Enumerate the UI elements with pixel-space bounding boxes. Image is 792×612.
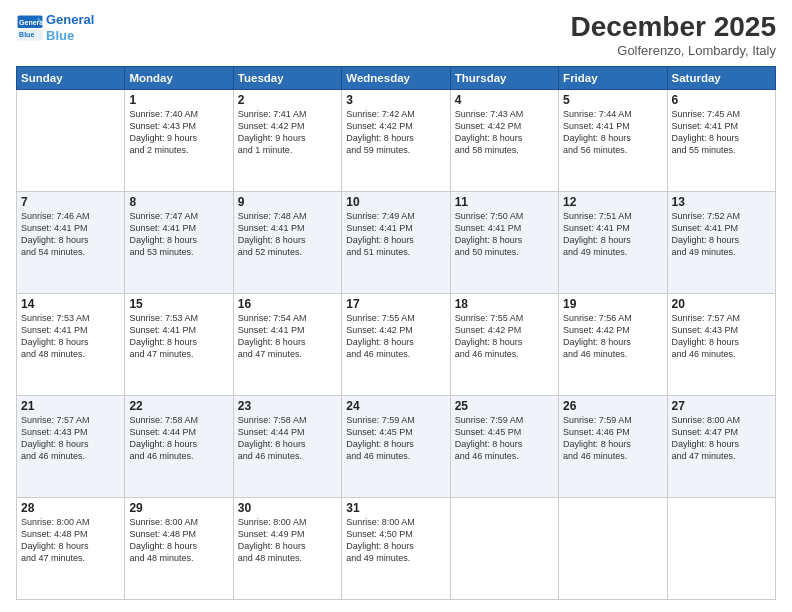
calendar-cell: 27Sunrise: 8:00 AMSunset: 4:47 PMDayligh… (667, 395, 775, 497)
calendar-week-row: 7Sunrise: 7:46 AMSunset: 4:41 PMDaylight… (17, 191, 776, 293)
day-number: 4 (455, 93, 554, 107)
calendar-cell: 9Sunrise: 7:48 AMSunset: 4:41 PMDaylight… (233, 191, 341, 293)
day-number: 12 (563, 195, 662, 209)
day-info: Sunrise: 7:55 AMSunset: 4:42 PMDaylight:… (455, 312, 554, 361)
day-number: 6 (672, 93, 771, 107)
calendar-header-monday: Monday (125, 66, 233, 89)
day-info: Sunrise: 7:57 AMSunset: 4:43 PMDaylight:… (672, 312, 771, 361)
day-number: 22 (129, 399, 228, 413)
calendar-cell: 29Sunrise: 8:00 AMSunset: 4:48 PMDayligh… (125, 497, 233, 599)
logo: General Blue General Blue (16, 12, 94, 43)
logo-line2: Blue (46, 28, 94, 44)
calendar-cell: 15Sunrise: 7:53 AMSunset: 4:41 PMDayligh… (125, 293, 233, 395)
day-number: 14 (21, 297, 120, 311)
day-info: Sunrise: 7:58 AMSunset: 4:44 PMDaylight:… (238, 414, 337, 463)
day-number: 1 (129, 93, 228, 107)
calendar-cell: 24Sunrise: 7:59 AMSunset: 4:45 PMDayligh… (342, 395, 450, 497)
day-info: Sunrise: 7:53 AMSunset: 4:41 PMDaylight:… (21, 312, 120, 361)
day-number: 3 (346, 93, 445, 107)
day-number: 31 (346, 501, 445, 515)
day-number: 8 (129, 195, 228, 209)
day-number: 26 (563, 399, 662, 413)
day-info: Sunrise: 7:59 AMSunset: 4:45 PMDaylight:… (346, 414, 445, 463)
calendar-cell (559, 497, 667, 599)
day-info: Sunrise: 7:41 AMSunset: 4:42 PMDaylight:… (238, 108, 337, 157)
logo-line1: General (46, 12, 94, 28)
calendar-cell: 2Sunrise: 7:41 AMSunset: 4:42 PMDaylight… (233, 89, 341, 191)
day-number: 15 (129, 297, 228, 311)
logo-icon: General Blue (16, 14, 44, 42)
day-number: 9 (238, 195, 337, 209)
day-info: Sunrise: 7:42 AMSunset: 4:42 PMDaylight:… (346, 108, 445, 157)
calendar-cell: 5Sunrise: 7:44 AMSunset: 4:41 PMDaylight… (559, 89, 667, 191)
calendar-cell: 20Sunrise: 7:57 AMSunset: 4:43 PMDayligh… (667, 293, 775, 395)
calendar-header-sunday: Sunday (17, 66, 125, 89)
day-info: Sunrise: 8:00 AMSunset: 4:48 PMDaylight:… (21, 516, 120, 565)
day-info: Sunrise: 7:54 AMSunset: 4:41 PMDaylight:… (238, 312, 337, 361)
day-info: Sunrise: 7:40 AMSunset: 4:43 PMDaylight:… (129, 108, 228, 157)
calendar-week-row: 21Sunrise: 7:57 AMSunset: 4:43 PMDayligh… (17, 395, 776, 497)
calendar-week-row: 1Sunrise: 7:40 AMSunset: 4:43 PMDaylight… (17, 89, 776, 191)
title-block: December 2025 Golferenzo, Lombardy, Ital… (571, 12, 776, 58)
calendar-week-row: 28Sunrise: 8:00 AMSunset: 4:48 PMDayligh… (17, 497, 776, 599)
day-info: Sunrise: 7:51 AMSunset: 4:41 PMDaylight:… (563, 210, 662, 259)
header: General Blue General Blue December 2025 … (16, 12, 776, 58)
day-info: Sunrise: 8:00 AMSunset: 4:49 PMDaylight:… (238, 516, 337, 565)
day-info: Sunrise: 7:46 AMSunset: 4:41 PMDaylight:… (21, 210, 120, 259)
day-number: 21 (21, 399, 120, 413)
day-number: 30 (238, 501, 337, 515)
calendar-cell: 31Sunrise: 8:00 AMSunset: 4:50 PMDayligh… (342, 497, 450, 599)
calendar-cell (17, 89, 125, 191)
day-number: 16 (238, 297, 337, 311)
calendar-cell: 6Sunrise: 7:45 AMSunset: 4:41 PMDaylight… (667, 89, 775, 191)
day-info: Sunrise: 7:55 AMSunset: 4:42 PMDaylight:… (346, 312, 445, 361)
day-number: 5 (563, 93, 662, 107)
day-number: 19 (563, 297, 662, 311)
day-info: Sunrise: 7:53 AMSunset: 4:41 PMDaylight:… (129, 312, 228, 361)
day-info: Sunrise: 7:44 AMSunset: 4:41 PMDaylight:… (563, 108, 662, 157)
calendar-cell: 4Sunrise: 7:43 AMSunset: 4:42 PMDaylight… (450, 89, 558, 191)
day-info: Sunrise: 7:43 AMSunset: 4:42 PMDaylight:… (455, 108, 554, 157)
calendar-cell: 19Sunrise: 7:56 AMSunset: 4:42 PMDayligh… (559, 293, 667, 395)
calendar-cell: 17Sunrise: 7:55 AMSunset: 4:42 PMDayligh… (342, 293, 450, 395)
calendar-header-friday: Friday (559, 66, 667, 89)
calendar-header-tuesday: Tuesday (233, 66, 341, 89)
calendar-cell (450, 497, 558, 599)
calendar-cell: 21Sunrise: 7:57 AMSunset: 4:43 PMDayligh… (17, 395, 125, 497)
day-number: 17 (346, 297, 445, 311)
location: Golferenzo, Lombardy, Italy (571, 43, 776, 58)
calendar-cell: 18Sunrise: 7:55 AMSunset: 4:42 PMDayligh… (450, 293, 558, 395)
calendar-cell: 30Sunrise: 8:00 AMSunset: 4:49 PMDayligh… (233, 497, 341, 599)
day-number: 20 (672, 297, 771, 311)
calendar-cell: 10Sunrise: 7:49 AMSunset: 4:41 PMDayligh… (342, 191, 450, 293)
calendar-cell: 28Sunrise: 8:00 AMSunset: 4:48 PMDayligh… (17, 497, 125, 599)
month-title: December 2025 (571, 12, 776, 43)
day-info: Sunrise: 7:57 AMSunset: 4:43 PMDaylight:… (21, 414, 120, 463)
calendar-cell: 13Sunrise: 7:52 AMSunset: 4:41 PMDayligh… (667, 191, 775, 293)
day-number: 24 (346, 399, 445, 413)
calendar-cell: 3Sunrise: 7:42 AMSunset: 4:42 PMDaylight… (342, 89, 450, 191)
svg-text:Blue: Blue (19, 31, 34, 38)
day-number: 23 (238, 399, 337, 413)
calendar-cell (667, 497, 775, 599)
day-number: 7 (21, 195, 120, 209)
calendar-cell: 11Sunrise: 7:50 AMSunset: 4:41 PMDayligh… (450, 191, 558, 293)
day-info: Sunrise: 7:52 AMSunset: 4:41 PMDaylight:… (672, 210, 771, 259)
day-info: Sunrise: 8:00 AMSunset: 4:47 PMDaylight:… (672, 414, 771, 463)
calendar-header-thursday: Thursday (450, 66, 558, 89)
calendar-cell: 1Sunrise: 7:40 AMSunset: 4:43 PMDaylight… (125, 89, 233, 191)
calendar-cell: 8Sunrise: 7:47 AMSunset: 4:41 PMDaylight… (125, 191, 233, 293)
day-info: Sunrise: 7:59 AMSunset: 4:45 PMDaylight:… (455, 414, 554, 463)
day-number: 11 (455, 195, 554, 209)
calendar-cell: 14Sunrise: 7:53 AMSunset: 4:41 PMDayligh… (17, 293, 125, 395)
day-number: 29 (129, 501, 228, 515)
day-info: Sunrise: 7:47 AMSunset: 4:41 PMDaylight:… (129, 210, 228, 259)
svg-text:General: General (19, 18, 44, 25)
day-info: Sunrise: 7:50 AMSunset: 4:41 PMDaylight:… (455, 210, 554, 259)
day-info: Sunrise: 7:45 AMSunset: 4:41 PMDaylight:… (672, 108, 771, 157)
day-number: 2 (238, 93, 337, 107)
calendar-header-wednesday: Wednesday (342, 66, 450, 89)
calendar-header-saturday: Saturday (667, 66, 775, 89)
page-container: General Blue General Blue December 2025 … (0, 0, 792, 612)
day-info: Sunrise: 7:49 AMSunset: 4:41 PMDaylight:… (346, 210, 445, 259)
